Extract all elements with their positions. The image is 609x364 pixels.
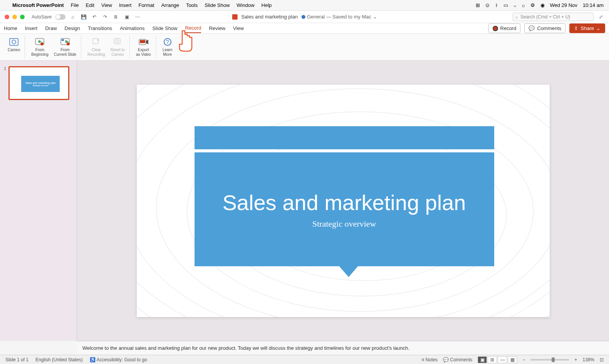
export-video-button[interactable]: Export as Video	[134, 35, 153, 58]
language-status[interactable]: English (United States)	[35, 357, 83, 362]
slideshow-view-button[interactable]: ▦	[508, 356, 517, 363]
menu-help[interactable]: Help	[262, 2, 272, 8]
close-window-button[interactable]	[5, 15, 9, 19]
slide-count[interactable]: Slide 1 of 1	[5, 357, 29, 362]
wifi-icon[interactable]: ⌵	[513, 2, 517, 8]
record-button[interactable]: Record	[488, 23, 521, 33]
app-name[interactable]: Microsoft PowerPoint	[12, 2, 64, 8]
cameo-label: Cameo	[8, 48, 20, 52]
control-center-icon[interactable]: ⚙	[530, 2, 535, 8]
learn-more-button[interactable]: ? Learn More	[160, 35, 175, 58]
menu-slideshow[interactable]: Slide Show	[205, 2, 230, 8]
menu-format[interactable]: Format	[138, 2, 154, 8]
slide-canvas[interactable]: Sales and marketing plan Strategic overv…	[137, 85, 550, 317]
chevron-down-icon: ⌄	[596, 25, 601, 31]
autosave-toggle[interactable]	[55, 14, 65, 20]
svg-point-13	[116, 40, 119, 43]
notes-pane[interactable]: Welcome to the annual sales and marketin…	[77, 341, 609, 355]
main-editing-area: 1 Sales and marketing plan Strategic ove…	[0, 61, 609, 341]
sorter-view-button[interactable]: ⊞	[488, 356, 497, 363]
share-button[interactable]: ⇪ Share ⌄	[569, 23, 605, 33]
svg-marker-16	[146, 40, 148, 44]
from-current-slide-button[interactable]: From Current Slide	[52, 35, 79, 58]
comments-button[interactable]: 💬 Comments	[524, 23, 565, 33]
teams-icon[interactable]: ⊞	[476, 2, 480, 8]
maximize-window-button[interactable]	[20, 15, 25, 19]
tab-insert[interactable]: Insert	[25, 24, 38, 33]
slide-subtitle[interactable]: Strategic overview	[312, 219, 376, 229]
print-icon[interactable]: 🗎	[112, 13, 119, 20]
menu-window[interactable]: Window	[237, 2, 254, 8]
zoom-level[interactable]: 138%	[582, 357, 594, 362]
export-video-label: Export as Video	[136, 48, 151, 57]
sensitivity-label[interactable]: General — Saved to my Mac ⌄	[302, 14, 377, 20]
tab-draw[interactable]: Draw	[45, 24, 57, 33]
notes-toggle[interactable]: ≡ Notes	[421, 357, 438, 362]
menubar-time[interactable]: 10:14 am	[583, 2, 604, 8]
slide-main-box[interactable]: Sales and marketing plan Strategic overv…	[195, 152, 494, 266]
search-input[interactable]: ⌕ Search (Cmd + Ctrl + U)	[513, 13, 594, 21]
svg-rect-6	[62, 39, 64, 41]
slide-thumbnail[interactable]: Sales and marketing plan Strategic overv…	[8, 66, 69, 100]
slide-top-bar[interactable]	[195, 126, 494, 149]
tab-design[interactable]: Design	[65, 24, 80, 33]
document-title-area: Sales and marketing plan General — Saved…	[232, 14, 377, 20]
present-icon[interactable]: ▣	[123, 13, 130, 20]
sensitivity-dot-icon	[302, 15, 305, 19]
menu-edit[interactable]: Edit	[86, 2, 94, 8]
menu-view[interactable]: View	[101, 2, 112, 8]
sensitivity-text: General — Saved to my Mac	[307, 14, 371, 20]
from-beginning-button[interactable]: From Beginning	[29, 35, 50, 58]
slide-canvas-area[interactable]: Sales and marketing plan Strategic overv…	[77, 61, 609, 341]
minimize-window-button[interactable]	[12, 15, 17, 19]
zoom-in-button[interactable]: +	[574, 357, 577, 362]
undo-icon[interactable]: ↶	[91, 13, 98, 20]
redo-icon[interactable]: ↷	[102, 13, 109, 20]
status-bar: Slide 1 of 1 English (United States) ♿ A…	[0, 355, 609, 364]
menu-tools[interactable]: Tools	[186, 2, 198, 8]
bluetooth-icon[interactable]: ᚼ	[495, 2, 498, 8]
share-icon: ⇪	[574, 25, 578, 31]
tab-record[interactable]: Record	[185, 23, 201, 33]
more-icon[interactable]: ⋯	[134, 13, 141, 20]
document-title[interactable]: Sales and marketing plan	[241, 14, 298, 20]
collapse-ribbon-icon[interactable]: ⤢	[597, 13, 604, 20]
accessibility-status[interactable]: ♿ Accessibility: Good to go	[90, 357, 147, 362]
home-icon[interactable]: ⌂	[69, 13, 76, 20]
tab-slideshow[interactable]: Slide Show	[152, 24, 177, 33]
cameo-button[interactable]: Cameo	[5, 35, 22, 54]
notes-text[interactable]: Welcome to the annual sales and marketin…	[82, 345, 409, 351]
siri-icon[interactable]: ◉	[540, 2, 545, 8]
comments-toggle[interactable]: 💬 Comments	[443, 357, 472, 362]
tab-review[interactable]: Review	[209, 24, 225, 33]
normal-view-button[interactable]: ▣	[478, 356, 487, 363]
battery-icon[interactable]: ▭	[503, 2, 508, 8]
svg-point-1	[12, 40, 16, 44]
tab-transitions[interactable]: Transitions	[88, 24, 112, 33]
save-icon[interactable]: 💾	[80, 13, 87, 20]
reset-cameo-button: Reset to Cameo	[108, 35, 127, 58]
spotlight-icon[interactable]: ⌕	[522, 2, 525, 8]
menubar-date[interactable]: Wed 29 Nov	[550, 2, 577, 8]
tab-home[interactable]: Home	[4, 24, 17, 33]
powerpoint-icon	[232, 14, 237, 20]
menu-insert[interactable]: Insert	[119, 2, 132, 8]
slide-thumbnail-panel[interactable]: 1 Sales and marketing plan Strategic ove…	[0, 61, 77, 341]
thumb-title: Sales and marketing plan	[25, 82, 56, 84]
slide-title[interactable]: Sales and marketing plan	[223, 190, 466, 215]
tab-view[interactable]: View	[233, 24, 244, 33]
share-button-label: Share	[580, 25, 594, 31]
svg-rect-12	[114, 38, 120, 44]
reading-view-button[interactable]: ▭	[498, 356, 507, 363]
fit-to-window-button[interactable]: ⊡	[600, 357, 604, 362]
mac-menubar: Microsoft PowerPoint File Edit View Inse…	[0, 0, 609, 11]
from-current-label: From Current Slide	[54, 48, 76, 57]
menu-arrange[interactable]: Arrange	[161, 2, 179, 8]
from-beginning-label: From Beginning	[31, 48, 48, 57]
zoom-out-button[interactable]: −	[522, 357, 525, 362]
menu-file[interactable]: File	[71, 2, 79, 8]
tab-animations[interactable]: Animations	[120, 24, 144, 33]
learn-more-icon: ?	[162, 37, 173, 47]
zoom-slider[interactable]	[530, 359, 569, 361]
record-icon[interactable]: ⊙	[485, 2, 490, 8]
